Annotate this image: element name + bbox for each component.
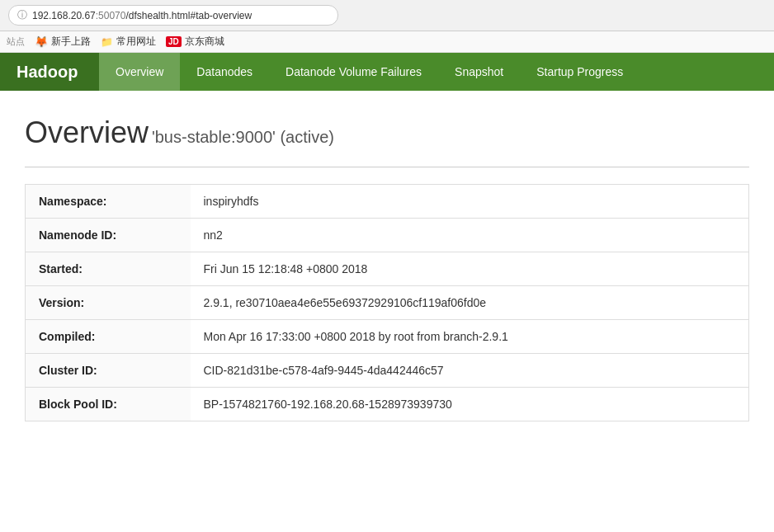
- row-label-block-pool-id: Block Pool ID:: [26, 388, 191, 421]
- page-title: Overview: [25, 115, 149, 149]
- row-label-namespace: Namespace:: [26, 185, 191, 219]
- table-row: Namespace: inspiryhdfs: [26, 185, 749, 219]
- row-label-namenode-id: Namenode ID:: [26, 219, 191, 252]
- nav-item-datanode-volume-failures[interactable]: Datanode Volume Failures: [269, 53, 438, 91]
- page-status: (active): [280, 128, 334, 146]
- bookmark-changyongwangzhi[interactable]: 📁 常用网址: [101, 35, 156, 49]
- row-label-cluster-id: Cluster ID:: [26, 354, 191, 388]
- jd-icon: JD: [166, 36, 182, 47]
- navbar: Hadoop Overview Datanodes Datanode Volum…: [0, 53, 774, 91]
- info-table: Namespace: inspiryhdfs Namenode ID: nn2 …: [25, 184, 749, 421]
- page-subtitle: 'bus-stable:9000' (active): [152, 128, 334, 146]
- page-host: 'bus-stable:9000': [152, 128, 276, 146]
- row-value-namenode-id: nn2: [191, 219, 749, 252]
- section-divider: [25, 167, 749, 167]
- page-heading: Overview 'bus-stable:9000' (active): [25, 115, 749, 150]
- bookmarks-bar: 站点 🦊 新手上路 📁 常用网址 JD 京东商城: [0, 31, 774, 53]
- nav-item-datanodes[interactable]: Datanodes: [180, 53, 269, 91]
- table-row: Namenode ID: nn2: [26, 219, 749, 252]
- table-row: Compiled: Mon Apr 16 17:33:00 +0800 2018…: [26, 320, 749, 354]
- row-value-namespace: inspiryhdfs: [191, 185, 749, 219]
- folder-icon: 📁: [101, 36, 113, 48]
- info-icon: ⓘ: [17, 8, 27, 22]
- address-bar[interactable]: ⓘ 192.168.20.67:50070/dfshealth.html#tab…: [8, 5, 338, 26]
- row-value-block-pool-id: BP-1574821760-192.168.20.68-152897393973…: [191, 388, 749, 421]
- navbar-nav: Overview Datanodes Datanode Volume Failu…: [99, 53, 639, 91]
- navbar-brand: Hadoop: [0, 53, 99, 91]
- bookmark-jingdong[interactable]: JD 京东商城: [166, 35, 224, 49]
- table-row: Cluster ID: CID-821d31be-c578-4af9-9445-…: [26, 354, 749, 388]
- row-value-version: 2.9.1, re30710aea4e6e55e69372929106cf119…: [191, 286, 749, 320]
- row-value-compiled: Mon Apr 16 17:33:00 +0800 2018 by root f…: [191, 320, 749, 354]
- row-label-started: Started:: [26, 252, 191, 286]
- firefox-icon: 🦊: [35, 35, 48, 48]
- table-row: Block Pool ID: BP-1574821760-192.168.20.…: [26, 388, 749, 421]
- table-row: Started: Fri Jun 15 12:18:48 +0800 2018: [26, 252, 749, 286]
- nav-item-startup-progress[interactable]: Startup Progress: [520, 53, 639, 91]
- table-row: Version: 2.9.1, re30710aea4e6e55e6937292…: [26, 286, 749, 320]
- bookmarks-label: 站点: [7, 35, 25, 48]
- address-url: 192.168.20.67:50070/dfshealth.html#tab-o…: [32, 10, 252, 21]
- row-value-cluster-id: CID-821d31be-c578-4af9-9445-4da442446c57: [191, 354, 749, 388]
- main-content: Overview 'bus-stable:9000' (active) Name…: [0, 91, 774, 438]
- row-value-started: Fri Jun 15 12:18:48 +0800 2018: [191, 252, 749, 286]
- row-label-version: Version:: [26, 286, 191, 320]
- nav-item-snapshot[interactable]: Snapshot: [438, 53, 520, 91]
- nav-item-overview[interactable]: Overview: [99, 53, 180, 91]
- browser-address-bar: ⓘ 192.168.20.67:50070/dfshealth.html#tab…: [0, 0, 774, 31]
- row-label-compiled: Compiled:: [26, 320, 191, 354]
- bookmark-xinshoudao[interactable]: 🦊 新手上路: [35, 35, 91, 49]
